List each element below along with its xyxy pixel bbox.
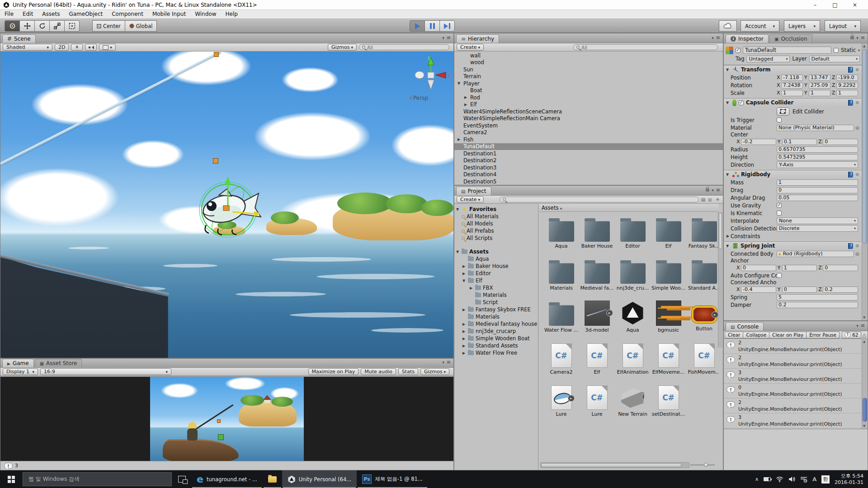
2d-toggle-button[interactable]: 2D [55,44,69,51]
active-checkbox[interactable] [736,48,741,53]
expand-arrow-icon[interactable]: ▼ [458,81,463,85]
tree-folder-item[interactable]: Aqua [454,255,538,263]
pause-button[interactable] [425,20,440,32]
tab-game[interactable]: Game [2,359,34,367]
gear-icon[interactable] [855,67,859,73]
lock-icon[interactable] [850,36,854,39]
taskbar-app-edge[interactable]: e tunaground.net - ... [191,470,263,488]
tree-folder-item[interactable]: Materials [454,313,538,320]
asset-item[interactable]: ElfMoveme... [651,343,686,385]
expand-arrow-icon[interactable]: ▶ [462,272,466,276]
expand-arrow-icon[interactable]: ▶ [462,308,466,312]
rigidbody-header[interactable]: ▼ Rigidbody ? [724,170,862,178]
menu-item[interactable]: File [0,10,18,19]
expand-arrow-icon[interactable]: ▶ [464,95,470,99]
hierarchy-item[interactable]: Destination3 [454,164,723,171]
foldout-arrow-icon[interactable]: ▼ [726,68,730,72]
expand-arrow-icon[interactable]: ▶ [462,351,466,355]
search-by-type-icon[interactable]: ▤ [701,197,705,202]
tree-folder-item[interactable]: Script [454,299,538,306]
expand-arrow-icon[interactable]: ▶ [462,329,466,333]
maximize-on-play-button[interactable]: Maximize on Play [308,368,359,375]
close-button[interactable]: × [845,0,865,9]
console-log-entry[interactable]: ! 3UnityEngine.MonoBehaviour:print(Objec… [724,369,862,384]
mute-audio-button[interactable]: Mute audio [361,368,396,375]
center-y-field[interactable]: 0.1 [782,139,817,145]
damper-field[interactable]: 0.2 [777,302,858,308]
tab-project[interactable]: Project [456,187,491,195]
foldout-arrow-icon[interactable]: ▼ [726,101,730,105]
expand-arrow-icon[interactable]: ▶ [464,103,470,107]
gear-icon[interactable] [855,100,859,106]
asset-item[interactable]: nnj3de_cru... [615,258,651,300]
task-view-button[interactable] [173,470,191,488]
console-scrollbar[interactable] [862,339,868,429]
hierarchy-item[interactable]: Destination1 [454,150,723,157]
audio-toggle-button[interactable] [85,44,97,51]
help-icon[interactable]: ? [848,172,853,178]
panel-menu-icon[interactable] [716,35,720,41]
object-picker-icon[interactable] [855,125,859,130]
hierarchy-item[interactable]: wall [454,52,723,59]
tree-folder-item[interactable]: ▶ Fantasy Skybox FREE [454,306,538,313]
scene-orientation-gizmo[interactable]: y x [410,54,453,96]
scale-tool-button[interactable] [49,20,65,32]
tab-scene[interactable]: Scene [2,34,36,43]
auto-configure-checkbox[interactable] [777,273,782,278]
hierarchy-search-input[interactable]: All [573,44,718,50]
taskbar-search-input[interactable]: 웹 및 Windows 검색 [23,472,172,486]
console-log-entry[interactable]: ! 3UnityEngine.MonoBehaviour:print(Objec… [724,413,862,428]
layout-dropdown[interactable]: Layout [825,20,861,32]
connected-anchor-z-field[interactable]: 0.2 [823,286,858,293]
lock-icon[interactable] [706,188,709,192]
scene-gizmos-dropdown[interactable]: Gizmos [328,44,357,51]
tab-occlusion[interactable]: Occlusion [769,34,812,43]
rotation-y-field[interactable]: 275.09 [809,82,830,89]
tree-folder-item[interactable]: ▶ Water Flow Free [454,349,538,357]
panel-dropdown-icon[interactable] [442,36,444,40]
hierarchy-create-button[interactable]: Create [457,44,484,51]
panel-menu-icon[interactable] [447,359,451,365]
asset-item[interactable]: bgmusic [651,300,686,343]
asset-item[interactable]: Standard A... [686,258,718,300]
asset-item[interactable]: setDestinat... [651,385,686,427]
foldout-arrow-icon[interactable]: ▼ [726,244,730,248]
physic-material-field[interactable]: None (Physic Material) [777,125,854,131]
scale-y-field[interactable]: 1 [809,90,830,96]
hierarchy-item[interactable]: Boat [454,87,723,94]
favorite-item[interactable]: All Models [454,220,538,227]
menu-item[interactable]: Edit [18,10,38,19]
expand-arrow-icon[interactable]: ▶ [458,137,463,141]
scene-viewport[interactable]: y x Persp [0,52,453,358]
pivot-global-button[interactable]: Global [125,20,157,32]
asset-item[interactable]: Editor [615,216,651,258]
rotate-tool-button[interactable] [34,20,50,32]
collision-detection-dropdown[interactable]: Discrete [777,225,858,232]
clear-button[interactable]: Clear [725,332,743,338]
tree-folder-item[interactable]: ▶ Medieval fantasy house [454,320,538,328]
taskbar-app-unity[interactable]: Unity Personal (64... [282,470,357,488]
panel-dropdown-icon[interactable] [856,36,859,40]
asset-item[interactable]: Simple Woo... [651,258,686,300]
lighting-toggle-button[interactable] [71,44,83,51]
action-center-icon[interactable] [800,476,807,483]
static-dropdown-icon[interactable]: ▾ [858,48,860,52]
asset-item[interactable]: FishMovem... [686,343,718,385]
hierarchy-item[interactable]: Destination5 [454,178,723,185]
tab-hierarchy[interactable]: Hierarchy [456,34,499,43]
maximize-button[interactable]: □ [825,0,845,9]
asset-item[interactable]: Medieval fa... [579,258,615,300]
foldout-arrow-icon[interactable]: ▶ [726,234,731,238]
is-trigger-checkbox[interactable] [777,117,782,122]
cloud-button[interactable] [719,20,737,32]
panel-dropdown-icon[interactable] [712,188,714,192]
taskbar-app-explorer[interactable] [263,470,282,488]
hierarchy-item[interactable]: Terrain [454,73,723,80]
favorite-item[interactable]: All Materials [454,213,538,220]
menu-item[interactable]: GameObject [64,10,107,19]
anchor-z-field[interactable]: 0 [823,265,858,271]
expand-arrow-icon[interactable]: ▶ [462,344,466,348]
tab-console[interactable]: Console [726,322,764,331]
asset-item[interactable]: Elf [651,216,686,258]
asset-item[interactable]: Elf [579,343,615,385]
